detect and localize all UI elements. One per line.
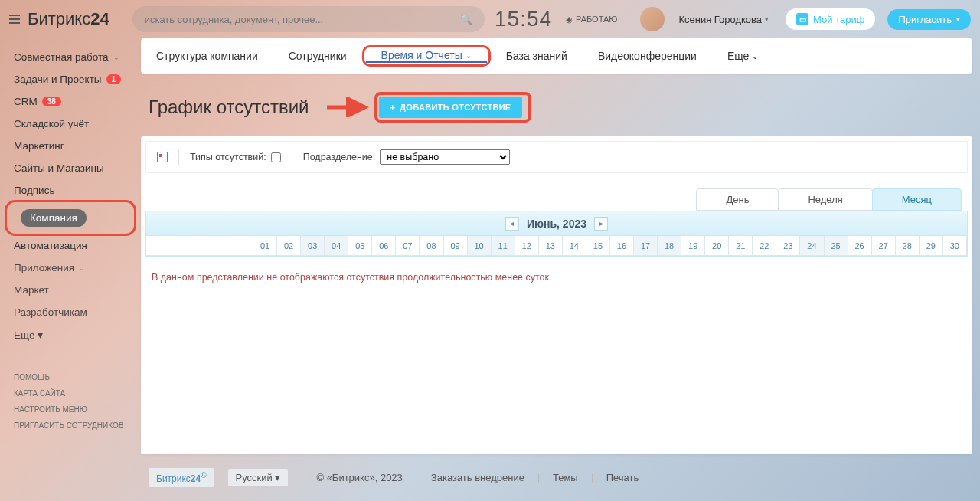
filters-bar: Типы отсутствий: Подразделение: не выбра… [145,141,968,173]
day-cell[interactable]: 13 [539,236,563,256]
day-cell[interactable]: 14 [563,236,586,256]
prev-month-button[interactable]: ◂ [505,217,519,231]
sidebar-footer-link-0[interactable]: ПОМОЩЬ [0,369,141,385]
tab-1[interactable]: Сотрудники [273,38,362,74]
day-cell[interactable]: 06 [372,236,396,256]
section-tabs: Структура компанииСотрудникиВремя и Отче… [141,38,972,74]
day-cell[interactable]: 23 [776,236,800,256]
day-cell[interactable]: 20 [705,236,729,256]
bag-icon: ▭ [796,13,808,25]
sidebar-item-4[interactable]: Маркетинг [0,135,141,157]
day-cell[interactable]: 04 [325,236,348,256]
content-card: Типы отсутствий: Подразделение: не выбра… [141,136,972,454]
footer: Битрикс24© Русский ▾ © «Битрикс», 2023 З… [141,454,972,501]
global-search[interactable]: 🔍 [132,6,485,32]
day-cell[interactable]: 22 [753,236,776,256]
view-tabs: День Неделя Месяц [141,178,972,211]
add-absence-button[interactable]: + ДОБАВИТЬ ОТСУТСТВИЕ [379,97,521,118]
day-cell[interactable]: 12 [515,236,539,256]
sidebar-item-1[interactable]: Задачи и Проекты1 [0,68,141,90]
avatar[interactable] [640,7,665,31]
next-month-button[interactable]: ▸ [594,217,608,231]
day-cell[interactable]: 01 [253,236,277,256]
day-cell[interactable]: 03 [301,236,325,256]
day-cell[interactable]: 02 [277,236,301,256]
sidebar-item-7[interactable]: Компания [7,204,134,232]
tab-5[interactable]: Еще ⌄ [712,38,774,74]
sidebar-footer-link-3[interactable]: ПРИГЛАСИТЬ СОТРУДНИКОВ [0,418,141,434]
day-cell[interactable]: 28 [896,236,920,256]
search-input[interactable] [145,14,460,25]
day-cell[interactable]: 19 [681,236,705,256]
sidebar-item-11[interactable]: Разработчикам [0,301,141,323]
footer-link-implement[interactable]: Заказать внедрение [431,472,524,483]
page-title: График отсутствий [149,97,309,118]
day-cell[interactable]: 16 [610,236,634,256]
day-cell[interactable]: 15 [586,236,610,256]
sidebar-item-12[interactable]: Ещё ▾ [0,323,141,346]
callout-arrow [327,100,370,114]
sidebar-item-3[interactable]: Складской учёт [0,113,141,135]
calendar-gutter [146,236,253,256]
day-cell[interactable]: 27 [872,236,896,256]
absence-types-checkbox[interactable] [271,152,281,162]
sidebar: Совместная работа⌄Задачи и Проекты1CRM38… [0,38,141,501]
footer-copyright: © «Битрикс», 2023 [316,472,402,483]
day-cell[interactable]: 05 [348,236,372,256]
favorite-star-icon[interactable]: ☆ [315,99,327,116]
day-cell[interactable]: 07 [396,236,420,256]
tab-4[interactable]: Видеоконференции [583,38,712,74]
chevron-down-icon: ▾ [765,15,769,23]
search-icon: 🔍 [460,14,472,25]
view-tab-month[interactable]: Месяц [872,188,962,211]
day-cell[interactable]: 24 [800,236,824,256]
view-tab-week[interactable]: Неделя [778,188,872,211]
logo-text-b: 24 [90,9,109,28]
day-cell[interactable]: 30 [943,236,967,256]
tariff-button[interactable]: ▭ Мой тариф [786,8,875,30]
info-note: В данном представлении не отображаются о… [141,261,972,313]
day-cell[interactable]: 11 [492,236,515,256]
absence-types-filter[interactable]: Типы отсутствий: [190,152,281,162]
sidebar-item-6[interactable]: Подпись [0,179,141,201]
department-select[interactable]: не выбрано [380,149,510,165]
work-status[interactable]: РАБОТАЮ [566,15,617,24]
footer-brand[interactable]: Битрикс24© [149,468,214,487]
logo-text-a: Битрикс [28,9,90,28]
day-cell[interactable]: 18 [658,236,681,256]
invite-button[interactable]: Пригласить▾ [887,9,971,30]
chevron-down-icon: ▾ [956,15,960,23]
sidebar-item-5[interactable]: Сайты и Магазины [0,157,141,179]
user-menu[interactable]: Ксения Городкова▾ [678,14,769,25]
day-cell[interactable]: 25 [825,236,848,256]
sidebar-item-0[interactable]: Совместная работа⌄ [0,46,141,68]
footer-link-print[interactable]: Печать [606,472,639,483]
sidebar-item-8[interactable]: Автоматизация [0,234,141,257]
menu-toggle-icon[interactable] [9,15,20,24]
sidebar-footer-link-2[interactable]: НАСТРОИТЬ МЕНЮ [0,401,141,418]
day-cell[interactable]: 26 [848,236,872,256]
view-tab-day[interactable]: День [696,188,779,211]
language-selector[interactable]: Русский ▾ [228,469,289,486]
department-filter: Подразделение: не выбрано [303,149,511,165]
day-cell[interactable]: 09 [444,236,468,256]
footer-link-themes[interactable]: Темы [553,472,578,483]
calendar: ◂ Июнь, 2023 ▸ 0102030405060708091011121… [145,211,968,257]
day-cell[interactable]: 08 [420,236,443,256]
tab-0[interactable]: Структура компании [141,38,273,74]
day-cell[interactable]: 10 [468,236,492,256]
chevron-down-icon: ⌄ [466,51,472,60]
sidebar-item-10[interactable]: Маркет [0,279,141,301]
chevron-down-icon: ⌄ [79,264,85,272]
sidebar-item-2[interactable]: CRM38 [0,90,141,113]
logo[interactable]: Битрикс24 [28,9,109,29]
chevron-down-icon: ⌄ [752,52,758,61]
day-cell[interactable]: 17 [634,236,658,256]
sidebar-item-9[interactable]: Приложения⌄ [0,257,141,279]
day-cell[interactable]: 21 [729,236,753,256]
tab-2[interactable]: Время и Отчеты ⌄ [366,49,487,63]
tab-3[interactable]: База знаний [491,38,583,74]
calendar-icon[interactable] [157,152,168,162]
sidebar-footer-link-1[interactable]: КАРТА САЙТА [0,385,141,401]
day-cell[interactable]: 29 [920,236,943,256]
